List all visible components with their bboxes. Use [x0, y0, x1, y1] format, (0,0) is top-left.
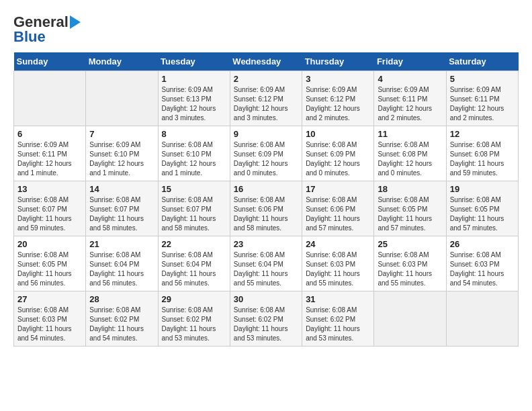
day-info: Sunrise: 6:09 AM Sunset: 6:12 PM Dayligh… [234, 85, 298, 123]
calendar-cell [86, 71, 158, 126]
day-number: 23 [234, 239, 298, 249]
calendar-cell: 3Sunrise: 6:09 AM Sunset: 6:12 PM Daylig… [302, 71, 374, 126]
day-info: Sunrise: 6:08 AM Sunset: 6:02 PM Dayligh… [162, 306, 226, 343]
day-info: Sunrise: 6:08 AM Sunset: 6:07 PM Dayligh… [162, 195, 226, 233]
calendar-week-row: 6Sunrise: 6:09 AM Sunset: 6:11 PM Daylig… [14, 126, 519, 181]
day-number: 31 [306, 294, 370, 304]
calendar-cell: 18Sunrise: 6:08 AM Sunset: 6:05 PM Dayli… [374, 181, 446, 236]
day-number: 15 [162, 184, 226, 194]
logo: General Blue [13, 13, 81, 46]
day-number: 4 [378, 74, 442, 84]
day-info: Sunrise: 6:08 AM Sunset: 6:03 PM Dayligh… [306, 250, 370, 288]
day-number: 3 [306, 74, 370, 84]
calendar-table: SundayMondayTuesdayWednesdayThursdayFrid… [13, 52, 519, 347]
weekday-header-monday: Monday [86, 52, 158, 71]
day-info: Sunrise: 6:08 AM Sunset: 6:04 PM Dayligh… [89, 250, 154, 288]
calendar-header: SundayMondayTuesdayWednesdayThursdayFrid… [14, 52, 519, 71]
day-number: 12 [450, 129, 515, 139]
day-number: 1 [162, 74, 226, 84]
day-number: 13 [17, 184, 82, 194]
day-number: 19 [450, 184, 515, 194]
calendar-cell: 31Sunrise: 6:08 AM Sunset: 6:02 PM Dayli… [302, 291, 374, 347]
day-number: 22 [162, 239, 226, 249]
weekday-row: SundayMondayTuesdayWednesdayThursdayFrid… [14, 52, 519, 71]
weekday-header-wednesday: Wednesday [230, 52, 302, 71]
day-number: 27 [17, 294, 82, 304]
calendar-cell: 23Sunrise: 6:08 AM Sunset: 6:04 PM Dayli… [230, 236, 302, 291]
calendar-cell: 19Sunrise: 6:08 AM Sunset: 6:05 PM Dayli… [446, 181, 518, 236]
day-info: Sunrise: 6:09 AM Sunset: 6:11 PM Dayligh… [450, 85, 515, 123]
day-number: 30 [234, 294, 298, 304]
day-info: Sunrise: 6:08 AM Sunset: 6:07 PM Dayligh… [17, 195, 82, 233]
calendar-cell: 7Sunrise: 6:09 AM Sunset: 6:10 PM Daylig… [86, 126, 158, 181]
calendar-body: 1Sunrise: 6:09 AM Sunset: 6:13 PM Daylig… [14, 71, 519, 347]
day-info: Sunrise: 6:08 AM Sunset: 6:08 PM Dayligh… [450, 140, 515, 178]
calendar-cell: 24Sunrise: 6:08 AM Sunset: 6:03 PM Dayli… [302, 236, 374, 291]
day-info: Sunrise: 6:08 AM Sunset: 6:07 PM Dayligh… [89, 195, 154, 233]
day-info: Sunrise: 6:08 AM Sunset: 6:09 PM Dayligh… [234, 140, 298, 178]
day-info: Sunrise: 6:08 AM Sunset: 6:09 PM Dayligh… [306, 140, 370, 178]
day-number: 25 [378, 239, 442, 249]
calendar-week-row: 27Sunrise: 6:08 AM Sunset: 6:03 PM Dayli… [14, 291, 519, 347]
weekday-header-thursday: Thursday [302, 52, 374, 71]
day-number: 2 [234, 74, 298, 84]
day-number: 14 [89, 184, 154, 194]
day-number: 20 [17, 239, 82, 249]
calendar-cell: 14Sunrise: 6:08 AM Sunset: 6:07 PM Dayli… [86, 181, 158, 236]
day-info: Sunrise: 6:09 AM Sunset: 6:10 PM Dayligh… [89, 140, 154, 178]
day-info: Sunrise: 6:08 AM Sunset: 6:05 PM Dayligh… [17, 250, 82, 288]
day-info: Sunrise: 6:08 AM Sunset: 6:05 PM Dayligh… [450, 195, 515, 233]
calendar-cell: 22Sunrise: 6:08 AM Sunset: 6:04 PM Dayli… [158, 236, 230, 291]
calendar-cell: 26Sunrise: 6:08 AM Sunset: 6:03 PM Dayli… [446, 236, 518, 291]
day-info: Sunrise: 6:08 AM Sunset: 6:04 PM Dayligh… [234, 250, 298, 288]
day-number: 6 [17, 129, 82, 139]
day-number: 8 [162, 129, 226, 139]
day-number: 7 [89, 129, 154, 139]
calendar-week-row: 13Sunrise: 6:08 AM Sunset: 6:07 PM Dayli… [14, 181, 519, 236]
day-info: Sunrise: 6:08 AM Sunset: 6:03 PM Dayligh… [450, 250, 515, 288]
weekday-header-friday: Friday [374, 52, 446, 71]
weekday-header-tuesday: Tuesday [158, 52, 230, 71]
day-info: Sunrise: 6:08 AM Sunset: 6:06 PM Dayligh… [234, 195, 298, 233]
calendar-cell: 4Sunrise: 6:09 AM Sunset: 6:11 PM Daylig… [374, 71, 446, 126]
calendar-cell: 8Sunrise: 6:08 AM Sunset: 6:10 PM Daylig… [158, 126, 230, 181]
calendar-cell: 25Sunrise: 6:08 AM Sunset: 6:03 PM Dayli… [374, 236, 446, 291]
calendar-cell: 20Sunrise: 6:08 AM Sunset: 6:05 PM Dayli… [14, 236, 86, 291]
calendar-cell: 13Sunrise: 6:08 AM Sunset: 6:07 PM Dayli… [14, 181, 86, 236]
day-number: 16 [234, 184, 298, 194]
day-info: Sunrise: 6:08 AM Sunset: 6:08 PM Dayligh… [378, 140, 442, 178]
day-number: 17 [306, 184, 370, 194]
day-info: Sunrise: 6:09 AM Sunset: 6:11 PM Dayligh… [17, 140, 82, 178]
logo-blue: Blue [13, 28, 46, 46]
day-info: Sunrise: 6:08 AM Sunset: 6:10 PM Dayligh… [162, 140, 226, 178]
calendar-cell: 29Sunrise: 6:08 AM Sunset: 6:02 PM Dayli… [158, 291, 230, 347]
calendar-cell: 5Sunrise: 6:09 AM Sunset: 6:11 PM Daylig… [446, 71, 518, 126]
day-number: 10 [306, 129, 370, 139]
day-number: 28 [89, 294, 154, 304]
day-number: 24 [306, 239, 370, 249]
calendar-cell: 10Sunrise: 6:08 AM Sunset: 6:09 PM Dayli… [302, 126, 374, 181]
calendar-cell: 9Sunrise: 6:08 AM Sunset: 6:09 PM Daylig… [230, 126, 302, 181]
day-info: Sunrise: 6:09 AM Sunset: 6:13 PM Dayligh… [162, 85, 226, 123]
weekday-header-saturday: Saturday [446, 52, 518, 71]
calendar-cell [374, 291, 446, 347]
day-info: Sunrise: 6:08 AM Sunset: 6:05 PM Dayligh… [378, 195, 442, 233]
calendar-week-row: 20Sunrise: 6:08 AM Sunset: 6:05 PM Dayli… [14, 236, 519, 291]
page-header: General Blue [13, 13, 519, 46]
calendar-cell: 6Sunrise: 6:09 AM Sunset: 6:11 PM Daylig… [14, 126, 86, 181]
day-number: 29 [162, 294, 226, 304]
day-info: Sunrise: 6:08 AM Sunset: 6:02 PM Dayligh… [234, 306, 298, 343]
calendar-cell: 16Sunrise: 6:08 AM Sunset: 6:06 PM Dayli… [230, 181, 302, 236]
weekday-header-sunday: Sunday [14, 52, 86, 71]
day-info: Sunrise: 6:08 AM Sunset: 6:02 PM Dayligh… [306, 306, 370, 343]
calendar-week-row: 1Sunrise: 6:09 AM Sunset: 6:13 PM Daylig… [14, 71, 519, 126]
day-number: 18 [378, 184, 442, 194]
calendar-cell [446, 291, 518, 347]
calendar-cell: 27Sunrise: 6:08 AM Sunset: 6:03 PM Dayli… [14, 291, 86, 347]
day-info: Sunrise: 6:08 AM Sunset: 6:02 PM Dayligh… [89, 306, 154, 343]
calendar-cell: 12Sunrise: 6:08 AM Sunset: 6:08 PM Dayli… [446, 126, 518, 181]
calendar-cell: 30Sunrise: 6:08 AM Sunset: 6:02 PM Dayli… [230, 291, 302, 347]
day-number: 5 [450, 74, 515, 84]
day-info: Sunrise: 6:09 AM Sunset: 6:12 PM Dayligh… [306, 85, 370, 123]
calendar-cell: 17Sunrise: 6:08 AM Sunset: 6:06 PM Dayli… [302, 181, 374, 236]
